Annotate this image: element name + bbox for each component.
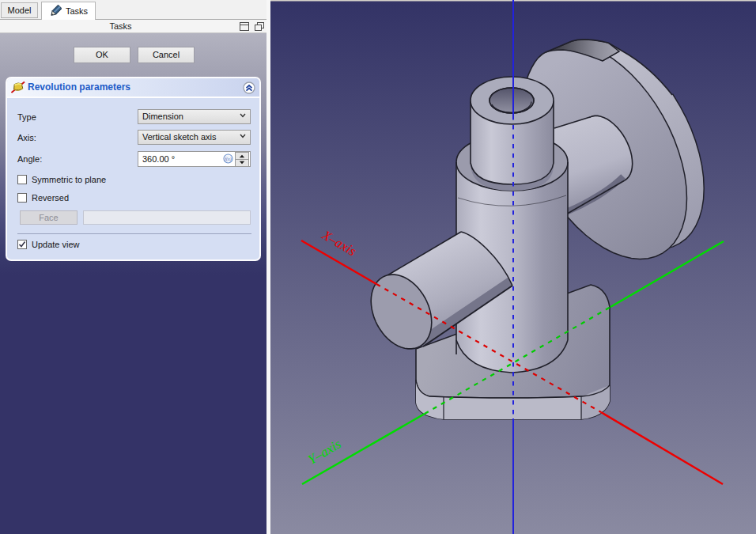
svg-text:f(x): f(x): [225, 156, 231, 161]
